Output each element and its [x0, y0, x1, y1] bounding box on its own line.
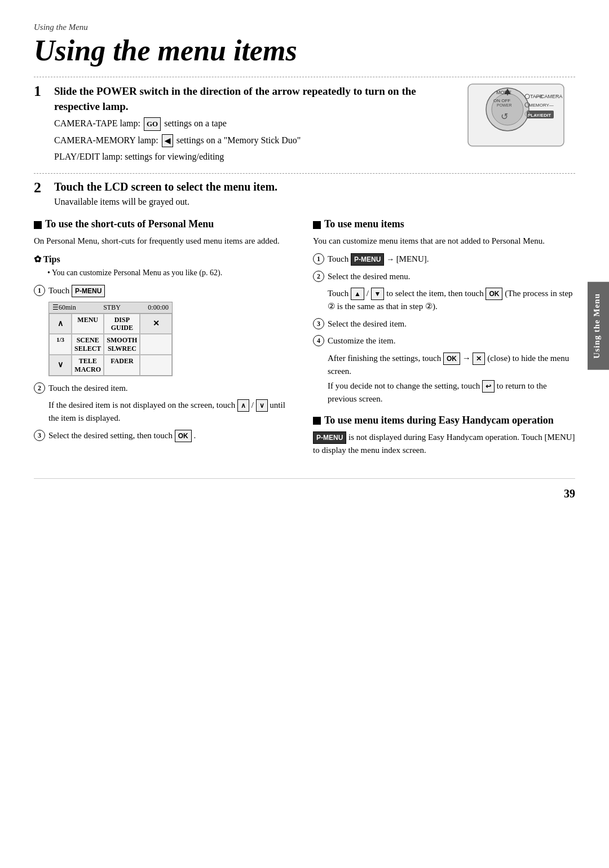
menu-tele-macro: TELEMACRO: [72, 355, 104, 376]
page-title: Using the menu items: [34, 34, 575, 67]
circle-1: 1: [34, 285, 45, 296]
personal-menu-heading: To use the short-cuts of Personal Menu: [34, 218, 296, 230]
tips-heading: ✿ Tips: [34, 254, 296, 265]
personal-menu-desc: On Personal Menu, short-cuts for frequen…: [34, 235, 296, 248]
left-column: To use the short-cuts of Personal Menu O…: [34, 218, 296, 461]
menu-step-3-text: Select the desired item.: [328, 318, 575, 331]
black-square-icon-2: [313, 221, 321, 229]
two-column-section: To use the short-cuts of Personal Menu O…: [34, 218, 575, 461]
tape-icon: GO: [144, 117, 161, 131]
menu-step-2-indent: Touch ▲ / ▼ to select the item, then tou…: [328, 287, 575, 313]
menu-items-desc: You can customize menu items that are no…: [313, 235, 575, 248]
play-edit-lamp: PLAY/EDIT lamp: settings for viewing/edi…: [54, 150, 451, 164]
menu-step-1: 1 Touch P-MENU → [MENU].: [313, 253, 575, 266]
svg-text:↺: ↺: [501, 112, 508, 121]
black-square-icon: [34, 221, 42, 229]
step-2-content: Touch the LCD screen to select the menu …: [54, 180, 575, 215]
up-btn-r: ▲: [351, 288, 364, 300]
menu-items-heading: To use menu items: [313, 218, 575, 230]
menu-step-1-text: Touch P-MENU → [MENU].: [328, 253, 575, 266]
side-tab-label: Using the Menu: [588, 282, 609, 370]
circle-r3: 3: [313, 318, 324, 329]
pmenu-step-1-text: Touch P-MENU: [48, 284, 296, 297]
menu-step-4-text: Customize the item.: [328, 334, 575, 347]
tip-item-1: You can customize Personal Menu as you l…: [43, 267, 296, 279]
circle-3: 3: [34, 430, 45, 441]
camera-device-image: MODE ON OFF POWER TAPE —CAMERA MEMOR: [462, 78, 575, 154]
menu-step-3: 3 Select the desired item.: [313, 318, 575, 331]
circle-r1: 1: [313, 253, 324, 265]
right-column: To use menu items You can customize menu…: [313, 218, 575, 461]
page-number: 39: [564, 487, 575, 500]
ok-btn-r2: OK: [443, 353, 460, 365]
pmenu-step-3-text: Select the desired setting, then touch O…: [48, 429, 296, 442]
menu-disp-guide: DISPGUIDE: [104, 314, 140, 334]
down-btn: ∨: [256, 399, 268, 412]
ok-btn-r: OK: [486, 288, 502, 300]
tips-icon: ✿: [34, 254, 43, 264]
divider-bottom: [34, 478, 575, 479]
menu-step-4-indent: After finishing the settings, touch OK →…: [328, 352, 575, 378]
camera-memory-lamp: CAMERA-MEMORY lamp: ◀ settings on a "Mem…: [54, 134, 451, 148]
step-2-number: 2: [34, 179, 54, 196]
return-btn-r: ↩: [482, 380, 495, 393]
tips-section: ✿ Tips You can customize Personal Menu a…: [34, 254, 296, 279]
menu-display-box: ☰60min STBY 0:00:00 ∧ MENU DISPGUIDE ✕ 1…: [48, 302, 173, 376]
pmenu-step-2-text: Touch the desired item.: [48, 382, 296, 395]
menu-page: 1/3: [49, 334, 72, 355]
step-1-content: Slide the POWER switch in the direction …: [54, 84, 575, 166]
svg-text:MEMORY—: MEMORY—: [529, 103, 554, 108]
ok-btn-left: OK: [175, 430, 192, 442]
pmenu-step-3: 3 Select the desired setting, then touch…: [34, 429, 296, 442]
breadcrumb: Using the Menu: [34, 23, 575, 32]
menu-close-btn: ✕: [140, 314, 172, 334]
circle-r4: 4: [313, 335, 324, 346]
circle-r2: 2: [313, 271, 324, 282]
menu-empty-2: [140, 355, 172, 376]
step-1-heading: Slide the POWER switch in the direction …: [54, 84, 451, 114]
step-1-number: 1: [34, 83, 54, 100]
menu-step-2: 2 Select the desired menu.: [313, 270, 575, 283]
camera-tape-lamp: CAMERA-TAPE lamp: GO settings on a tape: [54, 117, 451, 131]
easy-handycam-heading: To use menu items during Easy Handycam o…: [313, 415, 575, 426]
svg-text:—CAMERA: —CAMERA: [536, 94, 563, 99]
pmenu-step-2: 2 Touch the desired item.: [34, 382, 296, 395]
pmenu-btn-inv: P-MENU: [351, 253, 384, 266]
pmenu-btn-easy: P-MENU: [313, 431, 346, 444]
step-1-block: 1 Slide the POWER switch in the directio…: [34, 84, 575, 166]
menu-down-btn: ∨: [49, 355, 72, 376]
menu-fader: FADER: [104, 355, 140, 376]
pmenu-step-1: 1 Touch P-MENU: [34, 284, 296, 297]
menu-step-4-indent2: If you decide not to change the setting,…: [328, 380, 575, 406]
step-2-block: 2 Touch the LCD screen to select the men…: [34, 180, 575, 215]
down-btn-r: ▼: [371, 288, 385, 300]
menu-grid: ∧ MENU DISPGUIDE ✕ 1/3 SCENESELECT SMOOT…: [49, 314, 172, 376]
memory-icon: ◀: [162, 134, 173, 148]
pmenu-button: P-MENU: [72, 285, 105, 297]
menu-step-4: 4 Customize the item.: [313, 334, 575, 347]
menu-scene-select: SCENESELECT: [72, 334, 104, 355]
divider-step2: [34, 173, 575, 174]
menu-empty: [140, 334, 172, 355]
divider-top: [34, 77, 575, 77]
svg-text:POWER: POWER: [497, 103, 511, 107]
pmenu-step-2-indent: If the desired item is not displayed on …: [48, 399, 296, 425]
menu-up-btn: ∧: [49, 314, 72, 334]
svg-text:PLAY/EDIT: PLAY/EDIT: [528, 113, 551, 118]
menu-header: ☰60min STBY 0:00:00: [49, 302, 172, 314]
menu-menu: MENU: [72, 314, 104, 334]
menu-smooth-slwrec: SMOOTHSLWREC: [104, 334, 140, 355]
close-btn-r: ✕: [473, 353, 485, 365]
step-2-sub: Unavailable items will be grayed out.: [54, 197, 575, 207]
black-square-icon-3: [313, 417, 321, 425]
easy-handycam-desc: P-MENU is not displayed during Easy Hand…: [313, 431, 575, 457]
step-2-heading: Touch the LCD screen to select the menu …: [54, 180, 575, 193]
up-btn: ∧: [237, 399, 249, 412]
menu-step-2-text: Select the desired menu.: [328, 270, 575, 283]
circle-2: 2: [34, 382, 45, 394]
svg-text:ON OFF: ON OFF: [493, 98, 510, 103]
